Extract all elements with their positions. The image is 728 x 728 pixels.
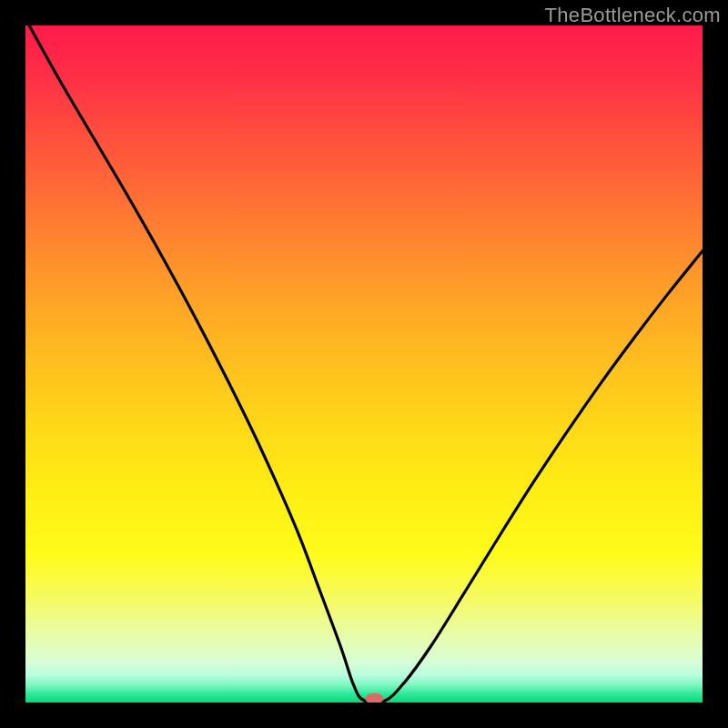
bottleneck-curve: [25, 25, 703, 703]
chart-frame: TheBottleneck.com: [0, 0, 728, 728]
watermark-text: TheBottleneck.com: [545, 4, 721, 27]
plot-area: [25, 25, 703, 703]
curve-layer: [25, 25, 703, 703]
min-marker: [365, 693, 382, 703]
